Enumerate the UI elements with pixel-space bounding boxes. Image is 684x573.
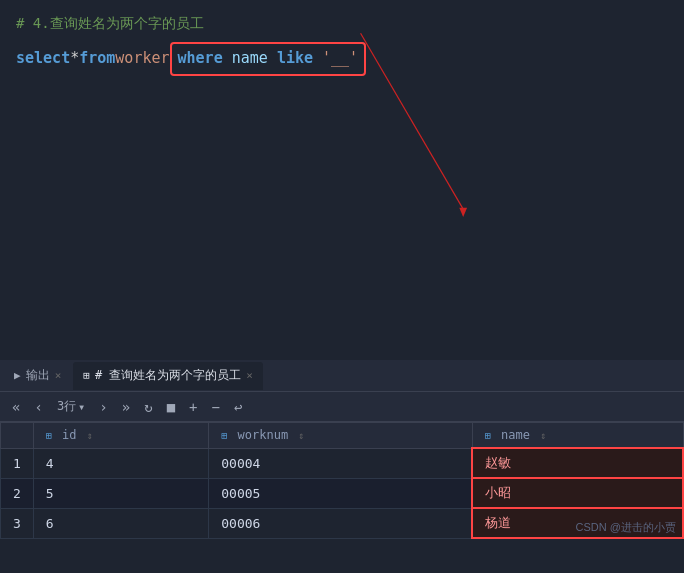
- row-number-cell: 1: [1, 448, 34, 478]
- worknum-col-label: worknum: [238, 428, 289, 442]
- query-tab-close[interactable]: ×: [246, 369, 253, 382]
- row-number-cell: 2: [1, 478, 34, 508]
- prev-page-button[interactable]: ‹: [30, 397, 46, 417]
- row-count-text: 3行: [57, 398, 76, 415]
- add-row-button[interactable]: +: [185, 397, 201, 417]
- code-line: select * from worker where name like '__…: [16, 42, 668, 76]
- editor-area: # 4.查询姓名为两个字的员工 select * from worker whe…: [0, 0, 684, 280]
- keyword-where: where: [178, 49, 223, 67]
- last-page-button[interactable]: »: [118, 397, 134, 417]
- results-panel: ▶ 输出 × ⊞ # 查询姓名为两个字的员工 × « ‹ 3行 ▾ › » ↻ …: [0, 360, 684, 539]
- next-page-button[interactable]: ›: [95, 397, 111, 417]
- row-number-header: [1, 423, 34, 449]
- name-sort-icon[interactable]: ⇕: [540, 430, 546, 441]
- worknum-cell: 00005: [209, 478, 473, 508]
- watermark: CSDN @进击的小贾: [576, 520, 676, 535]
- string-value: '__': [322, 49, 358, 67]
- id-sort-icon[interactable]: ⇕: [87, 430, 93, 441]
- table-row: 2500005小昭: [1, 478, 684, 508]
- column-name: name: [232, 49, 277, 67]
- worknum-cell: 00006: [209, 508, 473, 538]
- id-cell: 5: [33, 478, 208, 508]
- name-col-label: name: [501, 428, 530, 442]
- row-count-dropdown-icon[interactable]: ▾: [78, 400, 85, 414]
- table-row: 1400004赵敏: [1, 448, 684, 478]
- row-count: 3行 ▾: [53, 398, 89, 415]
- keyword-from: from: [79, 46, 115, 72]
- id-column-header[interactable]: ⊞ id ⇕: [33, 423, 208, 449]
- refresh-button[interactable]: ↻: [140, 397, 156, 417]
- stop-button[interactable]: ■: [163, 397, 179, 417]
- tab-output[interactable]: ▶ 输出 ×: [4, 362, 71, 390]
- keyword-select: select: [16, 46, 70, 72]
- name-cell-highlighted: 赵敏: [472, 448, 683, 478]
- gap-area: [0, 280, 684, 360]
- worknum-sort-icon[interactable]: ⇕: [298, 430, 304, 441]
- name-column-header[interactable]: ⊞ name ⇕: [472, 423, 683, 449]
- comment-line: # 4.查询姓名为两个字的员工: [16, 12, 668, 34]
- remove-row-button[interactable]: −: [208, 397, 224, 417]
- query-tab-label: # 查询姓名为两个字的员工: [95, 367, 241, 384]
- where-clause-highlight: where name like '__': [170, 42, 367, 76]
- tabs-bar: ▶ 输出 × ⊞ # 查询姓名为两个字的员工 ×: [0, 360, 684, 392]
- keyword-like: like: [277, 49, 313, 67]
- output-tab-label: 输出: [26, 367, 50, 384]
- name-cell-highlighted: 小昭: [472, 478, 683, 508]
- first-page-button[interactable]: «: [8, 397, 24, 417]
- results-toolbar: « ‹ 3行 ▾ › » ↻ ■ + − ↩: [0, 392, 684, 422]
- query-tab-icon: ⊞: [83, 369, 90, 382]
- id-cell: 4: [33, 448, 208, 478]
- id-col-label: id: [62, 428, 76, 442]
- tab-query-result[interactable]: ⊞ # 查询姓名为两个字的员工 ×: [73, 362, 263, 390]
- table-name: worker: [115, 46, 169, 72]
- worknum-cell: 00004: [209, 448, 473, 478]
- revert-button[interactable]: ↩: [230, 397, 246, 417]
- id-cell: 6: [33, 508, 208, 538]
- worknum-col-icon: ⊞: [221, 430, 227, 441]
- svg-marker-1: [459, 208, 467, 217]
- id-col-icon: ⊞: [46, 430, 52, 441]
- star-operator: *: [70, 46, 79, 72]
- worknum-column-header[interactable]: ⊞ worknum ⇕: [209, 423, 473, 449]
- output-tab-icon: ▶: [14, 369, 21, 382]
- table-header-row: ⊞ id ⇕ ⊞ worknum ⇕ ⊞ name ⇕: [1, 423, 684, 449]
- output-tab-close[interactable]: ×: [55, 369, 62, 382]
- name-col-icon: ⊞: [485, 430, 491, 441]
- row-number-cell: 3: [1, 508, 34, 538]
